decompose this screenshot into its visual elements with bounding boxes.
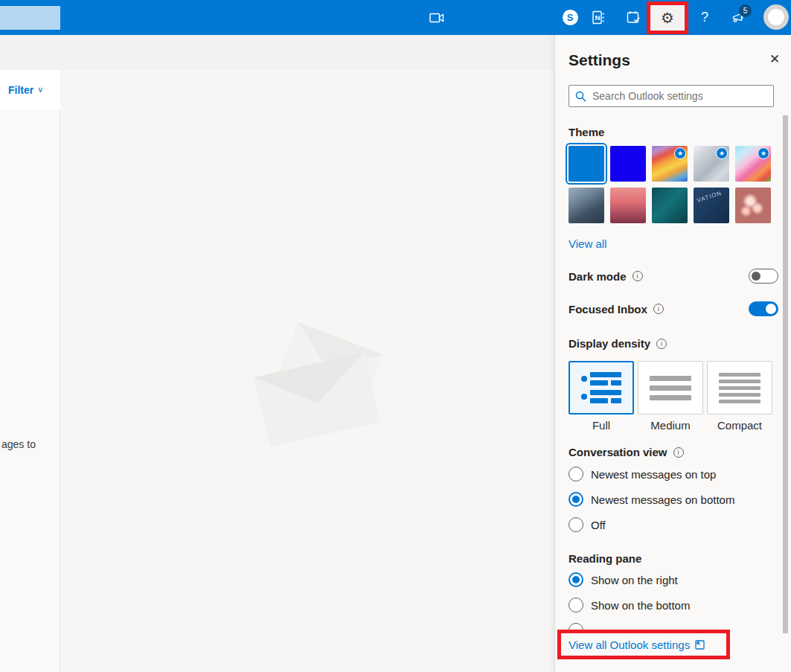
density-option-medium[interactable]: [638, 361, 703, 415]
radio-button[interactable]: [569, 517, 583, 532]
density-label-medium: Medium: [638, 419, 703, 432]
density-labels: Full Medium Compact: [569, 419, 772, 432]
chevron-down-icon: ∨: [37, 85, 43, 95]
search-input[interactable]: [592, 90, 767, 102]
toggle-knob: [766, 304, 776, 314]
help-icon[interactable]: ?: [694, 0, 716, 35]
radio-newest-on-top[interactable]: Newest messages on top: [569, 467, 716, 481]
reading-pane-area: [61, 70, 554, 672]
theme-tile-teal-circuit[interactable]: [652, 188, 688, 223]
theme-tile-royal-blue[interactable]: [610, 146, 646, 182]
theme-section-label: Theme: [569, 126, 604, 138]
focused-inbox-toggle[interactable]: [749, 301, 778, 316]
user-avatar[interactable]: [763, 4, 789, 30]
display-density-label: Display density i: [569, 337, 667, 350]
radio-newest-on-bottom[interactable]: Newest messages on bottom: [569, 492, 734, 507]
view-all-outlook-settings-link[interactable]: View all Outlook settings: [569, 639, 705, 651]
empty-state-clipped-text: ages to: [1, 438, 36, 450]
radio-label: Newest messages on bottom: [591, 493, 734, 506]
radio-label: Newest messages on top: [591, 468, 716, 481]
panel-scrollbar[interactable]: [783, 115, 788, 633]
badge-count: 5: [743, 7, 748, 15]
radio-label: Show on the right: [591, 574, 678, 586]
settings-search: [569, 85, 774, 107]
density-options: [569, 361, 772, 415]
close-icon[interactable]: ✕: [768, 53, 781, 66]
footer-link-text: View all Outlook settings: [569, 639, 690, 651]
top-app-bar: S N ⚙ ?: [0, 0, 791, 35]
filter-label: Filter: [8, 84, 33, 96]
theme-tile-navy-blueprint[interactable]: VATION: [694, 188, 729, 223]
tasks-checklist-icon[interactable]: [621, 0, 647, 35]
info-icon[interactable]: i: [653, 304, 664, 314]
envelope-illustration-front: [254, 352, 380, 447]
view-all-themes-link[interactable]: View all: [569, 237, 606, 250]
skype-initial: S: [563, 10, 578, 25]
dark-mode-label: Dark mode: [569, 270, 627, 283]
radio-button-selected[interactable]: [569, 572, 583, 587]
theme-tile-silver-abstract[interactable]: ★: [694, 146, 729, 182]
density-label-full: Full: [569, 419, 634, 432]
premium-star-icon: ★: [716, 147, 728, 159]
theme-tile-mountain-photo[interactable]: [569, 188, 604, 223]
panel-title: Settings: [569, 51, 630, 69]
premium-star-icon: ★: [674, 147, 686, 159]
toggle-knob: [752, 272, 760, 281]
focused-inbox-row: Focused Inbox i: [569, 301, 778, 316]
view-all-settings-highlight-annotation: View all Outlook settings: [557, 630, 730, 659]
theme-label-text: Theme: [569, 126, 604, 138]
video-call-icon[interactable]: [426, 0, 448, 35]
dark-mode-row: Dark mode i: [569, 269, 778, 284]
skype-icon[interactable]: S: [557, 0, 583, 35]
radio-show-on-bottom[interactable]: Show on the bottom: [569, 598, 690, 612]
info-icon[interactable]: i: [656, 339, 667, 349]
open-window-icon: [695, 640, 705, 650]
settings-panel: Settings ✕ Theme ★ ★ ★: [554, 35, 791, 672]
theme-tile-red-lights[interactable]: [735, 188, 771, 223]
theme-tiles-row-2: VATION: [569, 188, 771, 223]
conversation-view-text: Conversation view: [569, 446, 667, 458]
display-density-text: Display density: [569, 337, 650, 350]
radio-conversation-off[interactable]: Off: [569, 517, 606, 532]
theme-tile-blue-default[interactable]: [569, 146, 604, 182]
radio-show-on-right[interactable]: Show on the right: [569, 572, 678, 587]
theme-tile-rainbow-swirl[interactable]: ★: [652, 146, 688, 182]
settings-highlight-annotation: ⚙: [647, 1, 688, 34]
command-bar: [0, 35, 554, 70]
onenote-icon[interactable]: N: [586, 0, 611, 35]
radio-button[interactable]: [569, 598, 583, 612]
info-icon[interactable]: i: [633, 271, 643, 281]
filter-dropdown[interactable]: Filter ∨: [0, 70, 60, 109]
reading-pane-text: Reading pane: [569, 552, 641, 565]
density-label-compact: Compact: [707, 419, 772, 432]
settings-gear-icon[interactable]: ⚙: [661, 10, 674, 25]
premium-star-icon: ★: [758, 147, 769, 159]
notification-badge: 5: [739, 4, 752, 17]
help-glyph: ?: [701, 10, 708, 25]
outlook-window: S N ⚙ ?: [0, 0, 791, 672]
search-icon: [575, 91, 586, 102]
search-box-highlight[interactable]: [0, 6, 60, 30]
theme-tile-palm-sunset[interactable]: [610, 188, 646, 223]
density-option-compact[interactable]: [707, 361, 772, 415]
radio-button-selected[interactable]: [569, 492, 583, 507]
theme-tile-unicorn-art[interactable]: ★: [735, 146, 771, 182]
reading-pane-label: Reading pane: [569, 552, 641, 565]
radio-button[interactable]: [569, 467, 583, 481]
density-option-full[interactable]: [569, 361, 634, 415]
svg-text:N: N: [595, 13, 600, 22]
radio-label: Off: [591, 519, 606, 531]
message-list-column: Filter ∨ ages to: [0, 70, 60, 672]
dark-mode-toggle[interactable]: [749, 269, 778, 284]
focused-inbox-label: Focused Inbox: [569, 303, 647, 316]
conversation-view-label: Conversation view i: [569, 446, 684, 458]
info-icon[interactable]: i: [673, 447, 684, 458]
theme-tiles-row-1: ★ ★ ★: [569, 146, 771, 182]
blueprint-text: VATION: [696, 190, 723, 204]
radio-label: Show on the bottom: [591, 599, 690, 612]
